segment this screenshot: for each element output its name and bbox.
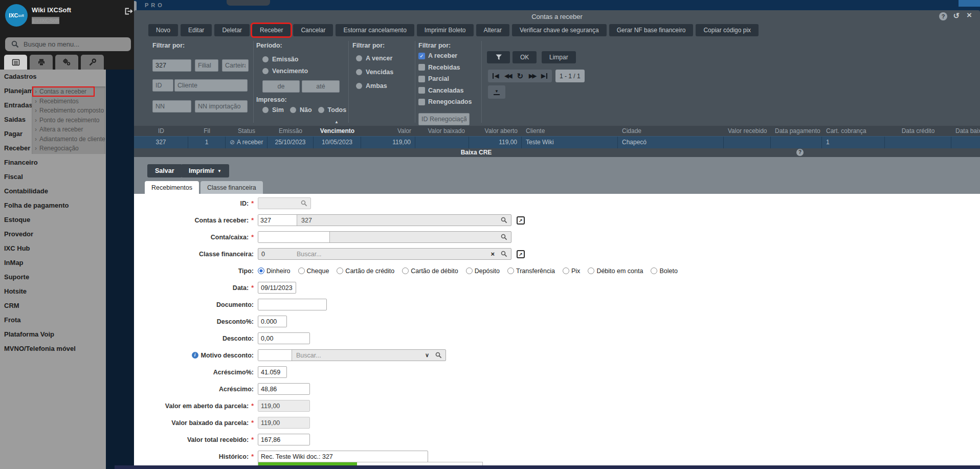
filter-id-renegociacao-input[interactable] xyxy=(418,113,470,125)
combo-input-contas_a_receber[interactable] xyxy=(258,215,297,226)
radio-vencidas[interactable]: Vencidas xyxy=(356,65,393,79)
history-icon[interactable]: ↺ xyxy=(953,11,960,20)
filter-nn-importacao-input[interactable] xyxy=(195,100,248,113)
funnel-filter-button[interactable] xyxy=(487,51,510,63)
column-header-cart-cobranca[interactable]: Cart. cobrança xyxy=(822,126,885,136)
search-icon[interactable] xyxy=(501,217,507,224)
sidebar-subitem-altera-a-receber[interactable]: ›Altera a receber xyxy=(32,125,105,135)
toolbar-button-novo[interactable]: Novo xyxy=(148,24,178,36)
column-header-cliente[interactable]: Cliente xyxy=(522,126,618,136)
radio-pix[interactable]: Pix xyxy=(563,267,580,275)
sidebar-subitem-ponto-de-recebimento[interactable]: ›Ponto de recebimento xyxy=(32,116,105,125)
toolbar-button-cancelar[interactable]: Cancelar xyxy=(293,24,333,36)
toolbar-button-editar[interactable]: Editar xyxy=(181,24,212,36)
next-page-icon[interactable]: ▶▶ xyxy=(529,73,536,79)
download-button[interactable]: ▼ xyxy=(488,85,505,99)
sidebar-item-folha-de-pagamento[interactable]: Folha de pagamento xyxy=(0,198,106,213)
radio-ambas[interactable]: Ambas xyxy=(356,79,393,93)
sidebar-item-estoque[interactable]: Estoque xyxy=(0,213,106,227)
sidebar-subitem-contas-a-receber[interactable]: ›Contas a receber xyxy=(32,87,105,97)
column-header-id[interactable]: ID xyxy=(134,126,188,136)
toolbar-button-deletar[interactable]: Deletar xyxy=(214,24,250,36)
combo-input-motivo_desconto[interactable] xyxy=(258,350,292,361)
column-header-valor[interactable]: Valor xyxy=(361,126,415,136)
sidebar-subitem-renegociacao[interactable]: ›Renegociação xyxy=(32,144,105,153)
column-header-vencimento[interactable]: Vencimento xyxy=(314,126,361,136)
radio-boleto[interactable]: Boleto xyxy=(651,267,677,275)
help-icon[interactable]: ? xyxy=(796,149,804,156)
tab-settings[interactable] xyxy=(55,55,78,70)
field-input-documento[interactable] xyxy=(258,299,327,310)
toolbar-button-receber[interactable]: Receber xyxy=(252,24,291,36)
external-link-icon[interactable]: ↗ xyxy=(517,250,525,258)
info-icon[interactable]: i xyxy=(192,352,198,359)
filter-date-from-input[interactable] xyxy=(262,80,300,93)
field-input-acrescimo_pct[interactable] xyxy=(258,366,287,378)
toolbar-button-gerar-nf-base-financeiro[interactable]: Gerar NF base financeiro xyxy=(609,24,694,36)
column-header-status[interactable]: Status xyxy=(226,126,268,136)
sidebar-subitem-recebimentos[interactable]: ›Recebimentos xyxy=(32,97,105,106)
external-link-icon[interactable]: ↗ xyxy=(517,216,525,225)
field-input-valor_total_recebido[interactable] xyxy=(258,434,310,445)
sidebar-item-provedor[interactable]: Provedor xyxy=(0,227,106,241)
search-icon[interactable] xyxy=(435,352,442,359)
logout-icon[interactable] xyxy=(124,7,133,16)
sidebar-item-inmap[interactable]: InMap xyxy=(0,256,106,270)
toolbar-button-copiar-codigo-pix[interactable]: Copiar código pix xyxy=(696,24,759,36)
tab-menu[interactable] xyxy=(4,55,27,70)
sidebar-subitem-recebimento-composto[interactable]: ›Recebimento composto xyxy=(32,106,105,116)
checkbox-parcial[interactable]: Parcial xyxy=(418,73,472,85)
sidebar-item-contabilidade[interactable]: Contabilidade xyxy=(0,184,106,198)
prev-page-icon[interactable]: ◀◀ xyxy=(504,73,511,79)
filter-date-to-input[interactable] xyxy=(302,80,340,93)
checkbox-canceladas[interactable]: Canceladas xyxy=(418,85,472,97)
field-input-desconto[interactable] xyxy=(258,332,310,344)
column-header-data-pagamento[interactable]: Data pagamento xyxy=(771,126,822,136)
radio-cartao-de-credito[interactable]: Cartão de crédito xyxy=(337,267,394,275)
radio-cheque[interactable]: Cheque xyxy=(298,267,329,275)
column-header-emissao[interactable]: Emissão xyxy=(268,126,314,136)
sidebar-item-ixc-hub[interactable]: IXC Hub xyxy=(0,241,106,256)
column-header-valor-aberto[interactable]: Valor aberto xyxy=(469,126,522,136)
radio-sim[interactable]: Sim xyxy=(262,106,284,114)
tab-tools[interactable] xyxy=(81,55,104,70)
column-header-cidade[interactable]: Cidade xyxy=(618,126,724,136)
combo-input-conta_caixa[interactable] xyxy=(258,232,330,242)
last-page-icon[interactable]: ▶ xyxy=(541,73,547,79)
filter-id-value-input[interactable] xyxy=(152,59,191,72)
radio-cartao-de-debito[interactable]: Cartão de débito xyxy=(402,267,458,275)
toolbar-button-estornar-cancelamento[interactable]: Estornar cancelamento xyxy=(336,24,414,36)
filter-cliente-id-input[interactable] xyxy=(152,79,173,92)
checkbox-recebidas[interactable]: Recebidas xyxy=(418,62,472,74)
sidebar-subitem-adiantamento-de-cliente[interactable]: ›Adiantamento de cliente xyxy=(32,135,105,144)
ok-button[interactable]: OK xyxy=(513,51,537,63)
search-icon[interactable] xyxy=(501,234,507,240)
radio-debito-em-conta[interactable]: Débito em conta xyxy=(588,267,643,275)
print-button[interactable]: Imprimir ▼ xyxy=(181,164,229,177)
limpar-button[interactable]: Limpar xyxy=(542,51,576,63)
toolbar-button-alterar[interactable]: Alterar xyxy=(476,24,509,36)
column-header-valor-recebido[interactable]: Valor recebido xyxy=(724,126,771,136)
filter-nn-input[interactable] xyxy=(152,100,191,113)
sidebar-item-cadastros[interactable]: Cadastros xyxy=(0,70,106,84)
field-input-data[interactable] xyxy=(258,282,296,294)
clear-icon[interactable]: × xyxy=(491,251,495,257)
sidebar-item-frota[interactable]: Frota xyxy=(0,313,106,327)
radio-transferencia[interactable]: Transferência xyxy=(507,267,555,275)
search-icon[interactable] xyxy=(501,251,507,257)
field-input-valor_aberto_parcela[interactable] xyxy=(258,400,310,412)
field-input-valor_baixado_parcela[interactable] xyxy=(258,417,310,429)
sidebar-item-mvno-telefonia-movel[interactable]: MVNO/Telefonia móvel xyxy=(0,342,106,356)
search-icon[interactable] xyxy=(301,200,307,207)
checkbox-a-receber[interactable]: ✓A receber xyxy=(418,50,472,62)
filter-cliente-input[interactable] xyxy=(174,79,248,92)
filter-carteira-input[interactable] xyxy=(222,59,249,72)
field-input-acrescimo[interactable] xyxy=(258,383,310,395)
column-header-data-credito[interactable]: Data crédito xyxy=(885,126,951,136)
sidebar-item-plataforma-voip[interactable]: Plataforma Voip xyxy=(0,327,106,342)
chevron-down-icon[interactable]: ∨ xyxy=(425,352,429,359)
column-header-fil[interactable]: Fil xyxy=(188,126,226,136)
column-header-valor-baixado[interactable]: Valor baixado xyxy=(415,126,469,136)
table-row[interactable]: 3271⊘A receber25/10/202310/05/2023119,00… xyxy=(134,136,980,148)
radio-dinheiro[interactable]: Dinheiro xyxy=(258,267,291,275)
